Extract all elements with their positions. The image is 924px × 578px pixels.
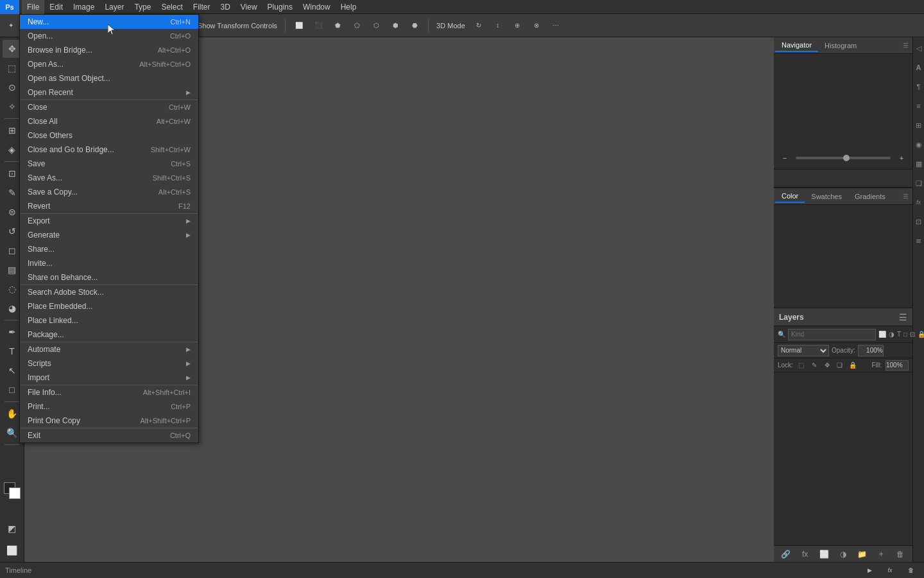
menu-item-close-all[interactable]: Close All Alt+Ctrl+W [20, 114, 198, 128]
color-picker[interactable] [4, 482, 21, 499]
menu-item-generate[interactable]: Generate [20, 228, 198, 242]
add-layer-btn[interactable]: + [875, 548, 887, 561]
menu-select[interactable]: Select [156, 0, 187, 14]
shape-tool[interactable]: □ [3, 381, 22, 399]
far-circle-icon[interactable]: ◉ [913, 135, 925, 154]
spot-heal-tool[interactable]: ⊡ [3, 164, 22, 182]
lock-position-icon[interactable]: ✥ [823, 361, 832, 370]
move-tool[interactable]: ✥ [3, 40, 22, 58]
align-btn3[interactable]: ⬟ [329, 17, 346, 34]
align-btn6[interactable]: ⬢ [387, 17, 404, 34]
add-adjustment-btn[interactable]: ◑ [837, 548, 850, 561]
nav-zoom-out[interactable]: − [776, 150, 793, 166]
add-mask-btn[interactable]: ⬜ [817, 548, 830, 561]
menu-item-browse-bridge[interactable]: Browse in Bridge... Alt+Ctrl+O [20, 43, 198, 57]
align-btn4[interactable]: ⬠ [348, 17, 365, 34]
menu-item-invite[interactable]: Invite... [20, 256, 198, 270]
history-brush-tool[interactable]: ↺ [3, 222, 22, 240]
far-fx-icon[interactable]: fx [913, 193, 925, 212]
align-btn7[interactable]: ⬣ [406, 17, 423, 34]
tab-color[interactable]: Color [775, 190, 805, 203]
far-para-icon[interactable]: ¶ [913, 77, 925, 96]
menu-item-close-others[interactable]: Close Others [20, 128, 198, 143]
3d-btn2[interactable]: ↕ [490, 17, 506, 34]
quick-mask-tool[interactable]: ◩ [3, 520, 22, 538]
eyedrop-tool[interactable]: ◈ [3, 141, 22, 159]
tab-swatches[interactable]: Swatches [805, 191, 848, 202]
far-table-icon[interactable]: ▦ [913, 154, 925, 173]
lock-artboard-icon[interactable]: ❑ [835, 361, 844, 370]
menu-item-close[interactable]: Close Ctrl+W [20, 100, 198, 114]
menu-item-scripts[interactable]: Scripts [20, 356, 198, 371]
link-layers-btn[interactable]: 🔗 [780, 548, 792, 561]
select-rect-tool[interactable]: ⬚ [3, 59, 22, 77]
menu-item-open[interactable]: Open... Ctrl+O [20, 29, 198, 43]
menu-3d[interactable]: 3D [215, 0, 235, 14]
statusbar-trash-btn[interactable]: 🗑 [902, 562, 919, 578]
pen-tool[interactable]: ✒ [3, 323, 22, 341]
3d-btn5[interactable]: ⋯ [547, 17, 564, 34]
menu-item-save-as[interactable]: Save As... Shift+Ctrl+S [20, 171, 198, 185]
filter-kind-icon[interactable]: 🔍 [778, 329, 785, 340]
far-info-icon[interactable]: ⊡ [913, 212, 925, 231]
menu-item-package[interactable]: Package... [20, 328, 198, 342]
menu-filter[interactable]: Filter [188, 0, 216, 14]
brush-tool[interactable]: ✎ [3, 184, 22, 202]
menu-item-exit[interactable]: Exit Ctrl+Q [20, 428, 198, 442]
menu-item-close-go-bridge[interactable]: Close and Go to Bridge... Shift+Ctrl+W [20, 143, 198, 157]
menu-item-share[interactable]: Share... [20, 242, 198, 256]
menu-view[interactable]: View [235, 0, 262, 14]
menu-item-automate[interactable]: Automate [20, 342, 198, 356]
menu-item-print[interactable]: Print... Ctrl+P [20, 399, 198, 414]
menu-item-open-recent[interactable]: Open Recent [20, 85, 198, 100]
menu-item-new[interactable]: New... Ctrl+N [20, 15, 198, 29]
lasso-tool[interactable]: ⊙ [3, 78, 22, 96]
menu-item-export[interactable]: Export [20, 214, 198, 228]
lock-transparent-icon[interactable]: ⬚ [797, 361, 806, 370]
opacity-input[interactable] [858, 345, 884, 356]
far-lines-icon[interactable]: ≡ [913, 96, 925, 116]
menu-item-revert[interactable]: Revert F12 [20, 199, 198, 213]
menu-window[interactable]: Window [298, 0, 336, 14]
blur-tool[interactable]: ◌ [3, 280, 22, 298]
menu-item-open-as[interactable]: Open As... Alt+Shift+Ctrl+O [20, 57, 198, 71]
far-frame-icon[interactable]: ❑ [913, 173, 925, 193]
clone-tool[interactable]: ⊜ [3, 203, 22, 221]
menu-item-file-info[interactable]: File Info... Alt+Shift+Ctrl+I [20, 385, 198, 399]
align-btn5[interactable]: ⬡ [368, 17, 384, 34]
add-style-btn[interactable]: fx [799, 548, 812, 561]
mid-panel-options[interactable]: ☰ [900, 193, 911, 200]
nav-zoom-slider[interactable] [796, 157, 891, 159]
path-select-tool[interactable]: ↖ [3, 362, 22, 380]
type-layer-icon[interactable]: T [897, 329, 901, 340]
lock-pixels-icon[interactable]: ✎ [810, 361, 819, 370]
delete-layer-btn[interactable]: 🗑 [894, 548, 907, 561]
layers-kind-input[interactable] [788, 329, 876, 340]
menu-help[interactable]: Help [336, 0, 362, 14]
text-tool[interactable]: T [3, 342, 22, 360]
add-group-btn[interactable]: 📁 [856, 548, 869, 561]
tab-histogram[interactable]: Histogram [818, 40, 863, 51]
3d-btn3[interactable]: ⊕ [509, 17, 526, 34]
zoom-tool[interactable]: 🔍 [3, 424, 22, 442]
gradient-tool[interactable]: ▤ [3, 261, 22, 279]
fill-input[interactable] [886, 360, 909, 371]
statusbar-fx-btn[interactable]: fx [882, 562, 898, 578]
menu-item-search-stock[interactable]: Search Adobe Stock... [20, 285, 198, 299]
tab-navigator[interactable]: Navigator [775, 39, 818, 52]
far-sliders-icon[interactable]: ≋ [913, 231, 925, 250]
dodge-tool[interactable]: ◕ [3, 299, 22, 317]
shape-layer-icon[interactable]: □ [903, 329, 907, 340]
hand-tool[interactable]: ✋ [3, 405, 22, 423]
far-text-icon[interactable]: A [913, 58, 925, 77]
3d-btn1[interactable]: ↻ [470, 17, 487, 34]
crop-tool[interactable]: ⊞ [3, 121, 22, 139]
adjust-layer-icon[interactable]: ◑ [889, 329, 894, 340]
menu-edit[interactable]: Edit [44, 0, 68, 14]
align-btn1[interactable]: ⬜ [291, 17, 307, 34]
menu-item-place-linked[interactable]: Place Linked... [20, 313, 198, 328]
align-btn2[interactable]: ⬛ [310, 17, 327, 34]
3d-btn4[interactable]: ⊗ [528, 17, 545, 34]
collapse-panel-icon[interactable]: ◁ [913, 39, 925, 58]
smart-layer-icon[interactable]: ⊡ [910, 329, 915, 340]
